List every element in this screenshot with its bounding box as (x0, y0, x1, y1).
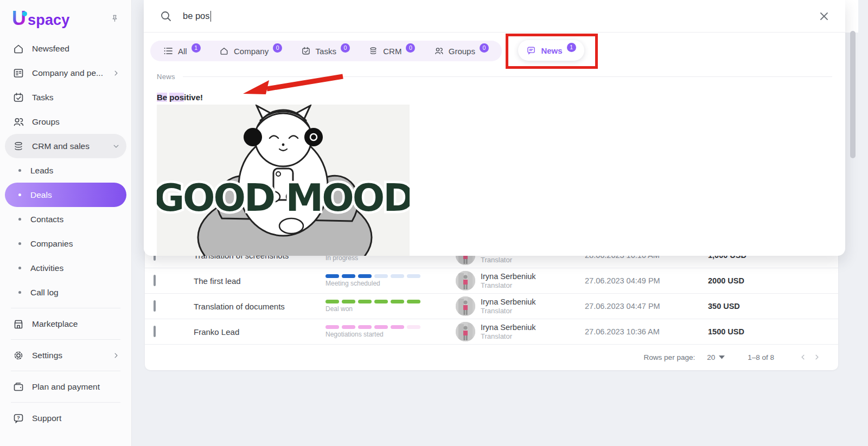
chevron-right-icon (112, 69, 120, 77)
sidebar-item-label: Leads (30, 166, 53, 176)
sidebar-item-call-log[interactable]: Call log (5, 280, 126, 305)
sidebar-item-label: Call log (30, 288, 59, 298)
building-icon (12, 67, 24, 79)
sidebar-item-plan-and-payment[interactable]: Plan and payment (5, 374, 126, 399)
good-mood-caption: GOOD MOOD (157, 176, 410, 220)
table-row[interactable]: The first lead Meeting scheduled Iryna S… (145, 268, 838, 294)
divider (11, 339, 120, 340)
sidebar-item-label: Groups (32, 117, 120, 127)
deal-name: The first lead (194, 276, 326, 286)
stage-label: Meeting scheduled (326, 280, 456, 287)
count-badge: 0 (273, 43, 282, 53)
gear-icon (12, 350, 24, 361)
search-overlay: be pos All 1 Company 0 Tasks 0 (144, 0, 845, 256)
sidebar-item-companies[interactable]: Companies (5, 231, 126, 256)
sidebar-item-company-and-people[interactable]: Company and pe... (5, 61, 126, 85)
tab-groups[interactable]: Groups 0 (434, 46, 489, 56)
svg-text:?: ? (17, 415, 20, 421)
stage-label: Negotiations started (326, 331, 456, 338)
sidebar-item-newsfeed[interactable]: Newsfeed (5, 36, 126, 61)
responsible-name: Iryna Serbeniuk (481, 323, 536, 332)
row-checkbox[interactable] (154, 300, 156, 312)
responsible-name: Iryna Serbeniuk (481, 272, 536, 281)
sidebar-item-crm-and-sales[interactable]: CRM and sales (5, 134, 126, 158)
tab-crm[interactable]: CRM 0 (368, 46, 415, 56)
tab-company[interactable]: Company 0 (219, 46, 282, 56)
responsible-name: Iryna Serbeniuk (481, 298, 536, 306)
annotation-rectangle (506, 34, 598, 69)
search-query: be pos (183, 11, 210, 21)
stage-progress-bar (326, 325, 456, 329)
count-badge: 1 (192, 43, 201, 53)
search-tabs: All 1 Company 0 Tasks 0 CRM 0 Groups (144, 33, 845, 68)
sidebar-item-label: Contacts (30, 215, 63, 224)
scrollbar-thumb[interactable] (850, 31, 856, 158)
sidebar-item-settings[interactable]: Settings (5, 343, 126, 367)
uspacy-logo[interactable]: Uspacy (12, 9, 70, 29)
avatar (456, 296, 475, 316)
sidebar-item-label: Company and pe... (32, 68, 112, 78)
search-bar: be pos (144, 0, 845, 33)
tab-tasks[interactable]: Tasks 0 (301, 46, 350, 56)
sidebar-item-label: Newsfeed (32, 44, 120, 54)
sidebar-item-label: Plan and payment (32, 382, 120, 392)
table-row[interactable]: Franko Lead Negotiations started Iryna S… (145, 319, 838, 345)
sidebar-item-marketplace[interactable]: Marketplace (5, 312, 126, 336)
sidebar-item-leads[interactable]: Leads (5, 158, 126, 183)
caret-down-icon (719, 355, 725, 359)
annotation-arrow-icon (239, 72, 347, 100)
search-bar-extension (845, 0, 858, 33)
deal-date: 27.06.2023 04:47 PM (585, 302, 708, 311)
row-checkbox[interactable] (154, 326, 156, 337)
text-cursor (210, 11, 212, 22)
divider (11, 371, 120, 371)
deal-amount: 2000 USD (708, 276, 838, 285)
sidebar-item-contacts[interactable]: Contacts (5, 207, 126, 231)
close-icon[interactable] (817, 9, 831, 23)
table-pagination: Rows per page: 20 1–8 of 8 (145, 345, 838, 370)
sidebar-item-label: Marketplace (32, 319, 120, 329)
sidebar-item-label: Companies (30, 239, 73, 249)
bullet-icon (18, 169, 21, 172)
row-checkbox[interactable] (154, 275, 156, 286)
sidebar-item-support[interactable]: ? Support (5, 406, 126, 430)
deal-amount: 350 USD (708, 302, 838, 311)
people-icon (12, 116, 24, 128)
sidebar-item-label: Tasks (32, 93, 120, 102)
stage-label: Deal won (326, 305, 456, 313)
sidebar-item-activities[interactable]: Activities (5, 256, 126, 280)
good-mood-image[interactable]: GOOD MOOD (157, 105, 410, 256)
sidebar-item-deals[interactable]: Deals (5, 183, 126, 207)
avatar (456, 322, 475, 341)
tabs-container: All 1 Company 0 Tasks 0 CRM 0 Groups (150, 41, 502, 61)
deal-name: Franko Lead (194, 327, 326, 337)
count-badge: 0 (406, 43, 415, 53)
deal-date: 27.06.2023 04:49 PM (585, 276, 708, 285)
calendar-check-icon (301, 46, 311, 56)
count-badge: 0 (480, 43, 489, 53)
pagination-range: 1–8 of 8 (748, 353, 774, 361)
next-page-button[interactable] (810, 350, 824, 364)
prev-page-button[interactable] (796, 350, 810, 364)
sidebar: Uspacy Newsfeed Company and pe... Tasks … (0, 0, 132, 446)
responsible-role: Translator (481, 332, 536, 340)
tab-all[interactable]: All 1 (163, 46, 201, 56)
responsible-role: Translator (481, 281, 536, 289)
calendar-check-icon (12, 92, 24, 104)
list-icon (163, 46, 173, 56)
responsible-role: Translator (481, 256, 536, 264)
bullet-icon (18, 242, 21, 245)
chevron-down-icon (112, 143, 120, 150)
rows-per-page-select[interactable]: 20 (707, 353, 725, 361)
pin-sidebar-icon[interactable] (110, 14, 119, 23)
sidebar-item-label: Deals (30, 190, 52, 200)
count-badge: 0 (341, 43, 350, 53)
bullet-icon (18, 193, 21, 196)
help-bubble-icon: ? (12, 412, 24, 424)
sidebar-item-tasks[interactable]: Tasks (5, 85, 126, 109)
sidebar-item-label: Settings (32, 351, 112, 360)
search-input[interactable]: be pos (183, 11, 817, 22)
sidebar-item-groups[interactable]: Groups (5, 109, 126, 134)
people-icon (434, 46, 444, 56)
table-row[interactable]: Translation of documents Deal won Iryna … (145, 294, 838, 319)
